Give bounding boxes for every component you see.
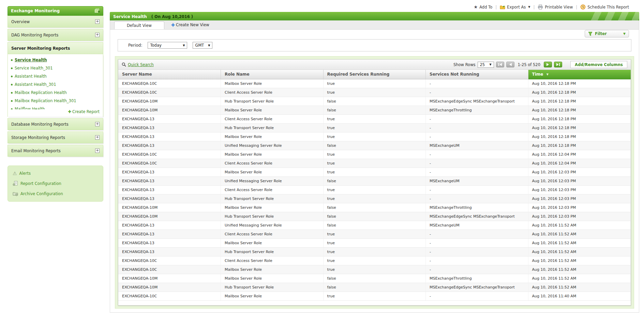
- add-to-button[interactable]: ★ Add To: [474, 4, 493, 10]
- show-rows-select[interactable]: 25 ▼: [478, 62, 494, 68]
- report-configuration-link[interactable]: Report Configuration: [13, 181, 98, 186]
- table-row[interactable]: EXCHANGEQA-13Hub Transport Server Roletr…: [118, 123, 631, 132]
- table-row[interactable]: EXCHANGEQA-13Client Access Server Roletr…: [118, 114, 631, 123]
- sidebar-report-item[interactable]: Service Health_301: [8, 64, 103, 72]
- create-report-link[interactable]: ✚Create Report: [8, 109, 103, 116]
- table-row[interactable]: EXCHANGEQA-10CMailbox Server Roletrue-Au…: [118, 265, 631, 274]
- table-cell: EXCHANGEQA-10M: [118, 274, 221, 283]
- table-cell: -: [426, 185, 528, 194]
- sidebar-report-item[interactable]: Mailbox Replication Health_301: [8, 97, 103, 105]
- tab-default-view[interactable]: Default View: [114, 21, 164, 29]
- table-row[interactable]: EXCHANGEQA-10CMailbox Server Roletrue-Au…: [118, 79, 631, 88]
- report-header-bar: Service Health ( On Aug 10,2016 ): [110, 12, 639, 20]
- time-column-label: Time: [532, 72, 543, 77]
- table-row[interactable]: EXCHANGEQA-10CMailbox Server Roletrue-Au…: [118, 150, 631, 159]
- sidebar-section-server-monitoring[interactable]: Server Monitoring Reports: [8, 42, 103, 54]
- alerts-link[interactable]: ⚠ Alerts: [13, 171, 98, 176]
- period-select[interactable]: Today ▼: [148, 42, 187, 49]
- table-cell: EXCHANGEQA-10C: [118, 159, 221, 168]
- sidebar-report-item[interactable]: Mailflow Health: [8, 105, 103, 109]
- sidebar-title: Exchange Monitoring: [11, 9, 60, 13]
- table-row[interactable]: EXCHANGEQA-10MMailbox Server RolefalseMS…: [118, 274, 631, 283]
- schedule-report-button[interactable]: Schedule This Report: [580, 4, 629, 10]
- table-row[interactable]: EXCHANGEQA-10MHub Transport Server Rolef…: [118, 283, 631, 292]
- quick-search-label: Quick Search: [128, 62, 154, 67]
- main-content: Service Health ( On Aug 10,2016 ) Defaul…: [110, 12, 639, 313]
- first-page-button[interactable]: [496, 62, 504, 67]
- expand-plus-icon[interactable]: +: [95, 135, 100, 140]
- quick-search-link[interactable]: Quick Search: [122, 62, 154, 67]
- table-row[interactable]: EXCHANGEQA-13Unified Messaging Server Ro…: [118, 141, 631, 150]
- sidebar-section-dag-monitoring[interactable]: DAG Monitoring Reports +: [8, 29, 103, 41]
- table-cell: -: [426, 256, 528, 265]
- report-config-icon: [13, 181, 18, 186]
- next-page-button[interactable]: [544, 62, 552, 67]
- sidebar-section-overview[interactable]: Overview +: [8, 16, 103, 28]
- new-window-plus-icon[interactable]: [94, 9, 100, 13]
- table-row[interactable]: EXCHANGEQA-13Client Access Server Roletr…: [118, 230, 631, 238]
- timezone-value: GMT: [195, 43, 204, 48]
- prev-page-button[interactable]: [506, 62, 514, 67]
- sidebar-report-item[interactable]: Assistant Health_301: [8, 80, 103, 89]
- table-cell: Mailbox Server Role: [221, 168, 324, 176]
- table-cell: true: [323, 292, 426, 300]
- tab-label: Create New View: [176, 22, 209, 27]
- expand-plus-icon[interactable]: +: [95, 148, 100, 153]
- table-row[interactable]: EXCHANGEQA-10MHub Transport Server Rolef…: [118, 212, 631, 221]
- archive-configuration-link[interactable]: Archive Configuration: [13, 191, 98, 196]
- filter-button[interactable]: Filter ▼: [585, 30, 629, 37]
- column-header-required-services[interactable]: Required Services Running: [323, 70, 426, 79]
- table-cell: Client Access Server Role: [221, 230, 324, 238]
- table-cell: Aug 10, 2016 11:52 AM: [528, 230, 631, 238]
- sidebar-report-item[interactable]: Service Health: [8, 56, 103, 64]
- column-header-services-not-running[interactable]: Services Not Running: [426, 70, 528, 79]
- table-cell: -: [426, 247, 528, 256]
- sidebar-section-email-monitoring[interactable]: Email Monitoring Reports +: [8, 145, 103, 157]
- table-header-row: Server Name Role Name Required Services …: [118, 70, 631, 79]
- table-cell: true: [323, 256, 426, 265]
- table-cell: Client Access Server Role: [221, 256, 324, 265]
- table-row[interactable]: EXCHANGEQA-10CClient Access Server Rolet…: [118, 159, 631, 168]
- expand-plus-icon[interactable]: +: [95, 122, 100, 126]
- sidebar-section-storage-monitoring[interactable]: Storage Monitoring Reports +: [8, 131, 103, 143]
- table-row[interactable]: EXCHANGEQA-10CClient Access Server Rolet…: [118, 88, 631, 97]
- tab-create-new-view[interactable]: ✚ Create New View: [164, 20, 216, 29]
- sort-desc-icon: ▼: [546, 73, 549, 76]
- table-cell: Aug 10, 2016 11:40 AM: [528, 292, 631, 300]
- last-page-button[interactable]: [554, 62, 562, 67]
- sidebar-section-database-monitoring[interactable]: Database Monitoring Reports +: [8, 118, 103, 130]
- column-header-time[interactable]: Time ▼: [528, 70, 631, 79]
- sidebar-report-item[interactable]: Mailbox Replication Health: [8, 89, 103, 97]
- table-cell: EXCHANGEQA-10C: [118, 79, 221, 88]
- table-row[interactable]: EXCHANGEQA-13Unified Messaging Server Ro…: [118, 221, 631, 230]
- export-as-label: Export As: [507, 5, 526, 10]
- table-row[interactable]: EXCHANGEQA-10CClient Access Server Rolet…: [118, 256, 631, 265]
- table-row[interactable]: EXCHANGEQA-10MHub Transport Server Rolef…: [118, 97, 631, 106]
- table-row[interactable]: EXCHANGEQA-13Client Access Server Roletr…: [118, 185, 631, 194]
- filter-funnel-icon: [588, 32, 593, 36]
- add-remove-columns-button[interactable]: Add/Remove Columns: [570, 61, 627, 68]
- table-row[interactable]: EXCHANGEQA-13Unified Messaging Server Ro…: [118, 176, 631, 185]
- table-row[interactable]: EXCHANGEQA-10MMailbox Server RolefalseMS…: [118, 203, 631, 212]
- table-row[interactable]: EXCHANGEQA-10MMailbox Server RolefalseMS…: [118, 106, 631, 114]
- sidebar-report-item[interactable]: Assistant Health: [8, 72, 103, 80]
- expand-plus-icon[interactable]: +: [95, 33, 100, 37]
- column-header-role-name[interactable]: Role Name: [221, 70, 324, 79]
- table-cell: -: [426, 123, 528, 132]
- export-as-button[interactable]: Export As ▼: [500, 4, 530, 10]
- table-cell: Aug 10, 2016 11:52 AM: [528, 247, 631, 256]
- table-row[interactable]: EXCHANGEQA-13Hub Transport Server Roletr…: [118, 247, 631, 256]
- table-row[interactable]: EXCHANGEQA-13Mailbox Server Roletrue-Aug…: [118, 238, 631, 247]
- table-cell: -: [426, 79, 528, 88]
- column-header-server-name[interactable]: Server Name: [118, 70, 221, 79]
- table-row[interactable]: EXCHANGEQA-10CMailbox Server Roletrue-Au…: [118, 292, 631, 300]
- table-row[interactable]: EXCHANGEQA-13Mailbox Server Roletrue-Aug…: [118, 132, 631, 141]
- printable-view-button[interactable]: Printable View: [538, 4, 573, 10]
- table-row[interactable]: EXCHANGEQA-13Mailbox Server Roletrue-Aug…: [118, 168, 631, 176]
- timezone-select[interactable]: GMT ▼: [193, 42, 212, 49]
- table-row[interactable]: EXCHANGEQA-13Hub Transport Server Roletr…: [118, 194, 631, 203]
- table-cell: -: [426, 168, 528, 176]
- expand-plus-icon[interactable]: +: [95, 19, 100, 24]
- table-cell: Hub Transport Server Role: [221, 123, 324, 132]
- table-cell: MSExchangeUM: [426, 221, 528, 230]
